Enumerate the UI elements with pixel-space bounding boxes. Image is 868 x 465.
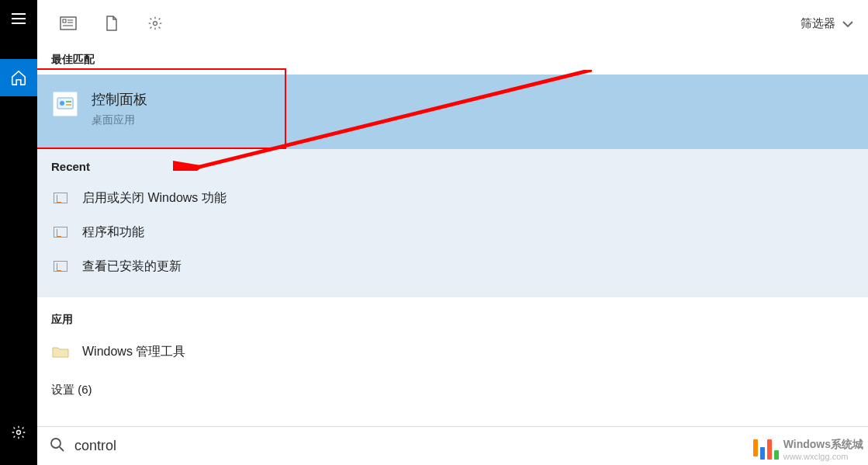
- list-item-label: Windows 管理工具: [82, 344, 185, 360]
- search-icon: [50, 437, 65, 456]
- best-match-header: 最佳匹配: [37, 47, 868, 75]
- settings-header[interactable]: 设置 (6): [37, 369, 868, 405]
- apps-header: 应用: [37, 302, 868, 335]
- list-item-label: 程序和功能: [82, 224, 144, 241]
- list-item-label: 查看已安装的更新: [82, 259, 182, 275]
- gear-icon[interactable]: [138, 6, 172, 40]
- recent-item-programs-features[interactable]: 程序和功能: [37, 215, 868, 249]
- best-match-title: 控制面板: [92, 90, 147, 109]
- apps-item-windows-admin-tools[interactable]: Windows 管理工具: [37, 335, 868, 369]
- filter-dropdown[interactable]: 筛选器: [801, 16, 854, 31]
- watermark: Windows系统城 www.wxclgg.com: [753, 437, 863, 462]
- svg-line-13: [60, 447, 64, 451]
- toolbar: 筛选器: [37, 0, 868, 47]
- search-bar[interactable]: [37, 426, 868, 465]
- hamburger-menu-icon[interactable]: [0, 0, 37, 37]
- list-item-label: 启用或关闭 Windows 功能: [82, 190, 227, 206]
- watermark-title: Windows系统城: [783, 437, 863, 451]
- svg-point-8: [60, 101, 64, 106]
- watermark-url: www.wxclgg.com: [783, 451, 863, 462]
- svg-rect-2: [63, 19, 66, 23]
- home-icon[interactable]: [0, 59, 37, 96]
- control-panel-icon: [53, 92, 78, 116]
- svg-point-6: [154, 22, 157, 26]
- recent-item-windows-features[interactable]: 启用或关闭 Windows 功能: [37, 181, 868, 215]
- chevron-down-icon: [842, 17, 854, 30]
- svg-rect-9: [66, 101, 71, 102]
- apps-view-icon[interactable]: [51, 6, 85, 40]
- svg-point-12: [51, 439, 61, 448]
- filter-label: 筛选器: [801, 16, 835, 31]
- settings-gear-icon[interactable]: [0, 414, 37, 451]
- search-input[interactable]: [74, 438, 856, 454]
- left-rail: [0, 0, 37, 465]
- svg-rect-1: [61, 17, 76, 29]
- box-icon: [51, 223, 70, 241]
- box-icon: [51, 189, 70, 207]
- svg-point-0: [17, 431, 21, 435]
- box-icon: [51, 257, 70, 276]
- best-match-item[interactable]: 控制面板 桌面应用: [37, 75, 868, 149]
- recent-header: Recent: [37, 160, 868, 181]
- recent-item-installed-updates[interactable]: 查看已安装的更新: [37, 249, 868, 283]
- best-match-subtitle: 桌面应用: [92, 113, 147, 127]
- folder-tools-icon: [51, 342, 70, 361]
- document-icon[interactable]: [95, 6, 129, 40]
- svg-rect-10: [66, 104, 71, 106]
